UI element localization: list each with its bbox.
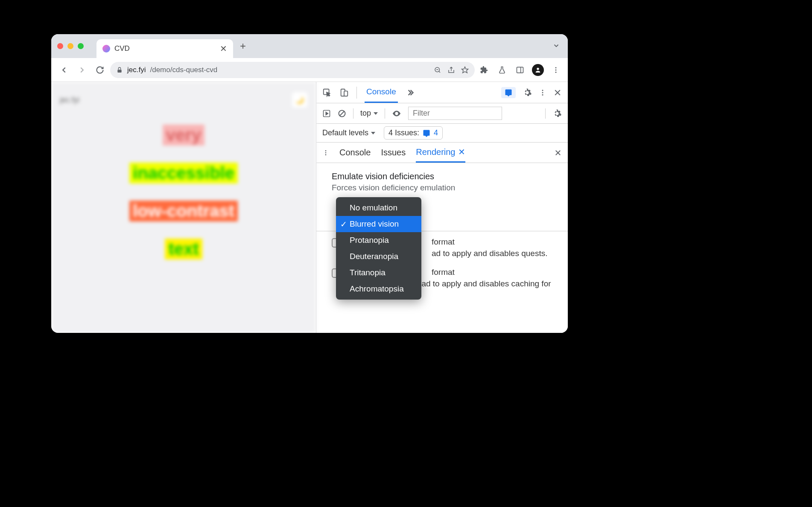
svg-point-15 xyxy=(542,92,543,93)
vision-dropdown[interactable]: No emulation Blurred vision Protanopia D… xyxy=(336,197,421,300)
window-controls xyxy=(57,43,84,49)
new-tab-button[interactable]: + xyxy=(240,40,246,52)
svg-line-22 xyxy=(340,111,344,116)
svg-point-25 xyxy=(325,150,327,152)
page-brand: jec.fyi xyxy=(60,96,79,105)
eye-icon[interactable] xyxy=(392,109,401,118)
console-tab[interactable]: Console xyxy=(365,82,398,103)
filter-input[interactable] xyxy=(408,107,502,120)
webpage: jec.fyi 🌙 very inaccessible low-contrast… xyxy=(51,82,316,333)
issues-indicator[interactable] xyxy=(501,87,516,98)
drawer-tab-rendering[interactable]: Rendering ✕ xyxy=(416,143,465,163)
svg-marker-24 xyxy=(371,132,375,134)
svg-point-9 xyxy=(555,69,557,70)
clear-icon[interactable] xyxy=(338,109,346,118)
titlebar: CVD ✕ + xyxy=(51,34,568,58)
svg-marker-20 xyxy=(326,112,328,115)
console-settings-icon[interactable] xyxy=(552,109,562,118)
settings-icon[interactable] xyxy=(523,88,532,97)
minimize-window-button[interactable] xyxy=(67,43,73,49)
svg-point-26 xyxy=(325,152,327,153)
extensions-icon[interactable] xyxy=(477,63,491,77)
content-area: jec.fyi 🌙 very inaccessible low-contrast… xyxy=(51,82,568,333)
option-title: format xyxy=(432,268,455,277)
close-tab-icon[interactable]: ✕ xyxy=(458,147,465,157)
devtools-tabs: Console xyxy=(316,82,568,103)
svg-marker-4 xyxy=(462,67,468,73)
dropdown-option[interactable]: No emulation xyxy=(336,200,421,216)
drawer-kebab-icon[interactable] xyxy=(322,149,329,156)
option-title: format xyxy=(432,237,455,246)
profile-button[interactable] xyxy=(531,63,545,77)
reload-button[interactable] xyxy=(92,62,108,78)
svg-rect-5 xyxy=(517,67,523,73)
word-3: low-contrast xyxy=(129,201,238,221)
context-select[interactable]: top xyxy=(360,109,378,118)
drawer-tab-console[interactable]: Console xyxy=(339,143,371,163)
maximize-window-button[interactable] xyxy=(78,43,84,49)
browser-tab[interactable]: CVD ✕ xyxy=(96,39,233,58)
close-window-button[interactable] xyxy=(57,43,63,49)
section-subtitle: Forces vision deficiency emulation xyxy=(332,183,552,192)
console-statusbar: Default levels 4 Issues: 4 xyxy=(316,124,568,143)
url-host: jec.fyi xyxy=(127,66,146,74)
dropdown-option[interactable]: Achromatopsia xyxy=(336,281,421,297)
more-tabs-icon[interactable] xyxy=(406,88,414,97)
theme-toggle[interactable]: 🌙 xyxy=(292,92,307,108)
bookmark-icon[interactable] xyxy=(461,66,469,74)
svg-line-3 xyxy=(439,71,440,73)
svg-point-27 xyxy=(325,154,327,155)
close-devtools-icon[interactable] xyxy=(553,88,562,97)
url-path: /demo/cds-quest-cvd xyxy=(150,66,217,74)
svg-point-7 xyxy=(537,67,539,70)
tab-list-button[interactable] xyxy=(552,42,560,50)
back-button[interactable] xyxy=(56,62,72,78)
inspect-icon[interactable] xyxy=(322,88,332,97)
tab-title: CVD xyxy=(114,44,216,53)
dropdown-option[interactable]: Tritanopia xyxy=(336,265,421,281)
menu-button[interactable] xyxy=(549,63,563,77)
toolbar: jec.fyi/demo/cds-quest-cvd xyxy=(51,58,568,82)
close-drawer-icon[interactable] xyxy=(554,149,562,157)
word-2: inaccessible xyxy=(129,163,238,184)
svg-rect-13 xyxy=(344,91,348,96)
svg-point-8 xyxy=(555,67,557,68)
lock-icon xyxy=(116,67,123,73)
drawer-tab-issues[interactable]: Issues xyxy=(381,143,406,163)
console-toolbar: top xyxy=(316,103,568,124)
word-4: text xyxy=(165,239,202,259)
tab-favicon xyxy=(102,45,110,52)
drawer-tabs: Console Issues Rendering ✕ xyxy=(316,143,568,163)
side-panel-icon[interactable] xyxy=(513,63,527,77)
svg-point-14 xyxy=(542,90,543,91)
device-icon[interactable] xyxy=(339,88,349,97)
zoom-icon[interactable] xyxy=(434,66,441,74)
address-bar[interactable]: jec.fyi/demo/cds-quest-cvd xyxy=(110,62,475,78)
rendering-drawer: Emulate vision deficiencies Forces visio… xyxy=(316,163,568,333)
svg-rect-0 xyxy=(117,70,121,73)
svg-point-16 xyxy=(542,94,543,95)
levels-select[interactable]: Default levels xyxy=(322,128,375,137)
issues-chip[interactable]: 4 Issues: 4 xyxy=(384,126,443,140)
forward-button[interactable] xyxy=(74,62,90,78)
labs-icon[interactable] xyxy=(495,63,509,77)
svg-point-10 xyxy=(555,71,557,73)
dropdown-option[interactable]: Protanopia xyxy=(336,232,421,248)
play-icon[interactable] xyxy=(322,109,331,118)
browser-window: CVD ✕ + jec.fyi/demo/cds-quest-cvd xyxy=(51,34,568,333)
word-1: very xyxy=(163,125,204,146)
dropdown-option[interactable]: Deuteranopia xyxy=(336,248,421,265)
section-title: Emulate vision deficiencies xyxy=(332,172,552,181)
dropdown-option[interactable]: Blurred vision xyxy=(336,216,421,232)
share-icon[interactable] xyxy=(447,66,455,74)
kebab-icon[interactable] xyxy=(539,89,546,96)
devtools-panel: Console top xyxy=(316,82,568,333)
svg-marker-23 xyxy=(374,112,378,115)
close-tab-icon[interactable]: ✕ xyxy=(220,44,227,54)
